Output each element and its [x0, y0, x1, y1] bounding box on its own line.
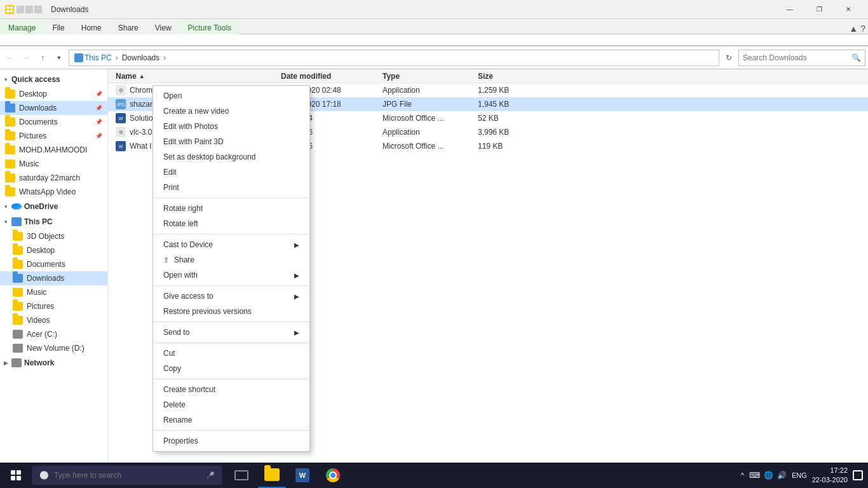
system-clock[interactable]: 17:22 22-03-2020 — [812, 466, 848, 485]
ctx-label: Delete — [163, 400, 186, 409]
taskbar-search[interactable]: ⚪ 🎤 — [32, 466, 222, 485]
music-folder-icon — [5, 159, 15, 168]
file-size: 119 KB — [473, 142, 536, 151]
keyboard-icon[interactable]: ⌨ — [749, 471, 760, 480]
col-size[interactable]: Size — [473, 72, 536, 81]
back-button[interactable]: ← — [3, 51, 17, 65]
file-type: Microsoft Office ... — [377, 114, 473, 123]
forward-button[interactable]: → — [19, 51, 33, 65]
file-explorer-taskbar[interactable] — [258, 463, 286, 488]
sidebar-item-desktop-pc[interactable]: Desktop — [0, 243, 107, 257]
ctx-share[interactable]: ⇧ Share — [153, 252, 309, 268]
sidebar-network-header[interactable]: ▶ Network — [0, 355, 107, 370]
sidebar-item-pictures-pc[interactable]: Pictures — [0, 299, 107, 313]
sidebar-item-pictures-quick[interactable]: Pictures 📌 — [0, 129, 107, 143]
ctx-label: Give access to — [163, 292, 214, 301]
ctx-edit-photos[interactable]: Edit with Photos — [153, 119, 309, 134]
tab-home[interactable]: Home — [73, 20, 110, 34]
sidebar-item-downloads-pc[interactable]: Downloads — [0, 271, 107, 285]
sidebar-quick-access-header[interactable]: ▾ Quick access — [0, 72, 107, 87]
tab-picture-tools[interactable]: Picture Tools — [180, 20, 240, 34]
ctx-open-with[interactable]: Open with ▶ — [153, 268, 309, 283]
submenu-arrow: ▶ — [294, 272, 299, 279]
folder-taskbar-icon — [264, 468, 280, 481]
sidebar-label: 3D Objects — [27, 232, 64, 241]
ribbon-content — [0, 34, 868, 46]
sidebar-item-volumed[interactable]: New Volume (D:) — [0, 341, 107, 355]
ctx-cut[interactable]: Cut — [153, 346, 309, 361]
ctx-create-video[interactable]: Create a new video — [153, 104, 309, 119]
address-path[interactable]: This PC › Downloads › — [69, 50, 719, 66]
volume-icon[interactable]: 🔊 — [777, 471, 787, 480]
notification-center[interactable] — [853, 470, 863, 480]
ctx-label: Create shortcut — [163, 385, 215, 394]
context-menu: Open Create a new video Edit with Photos… — [153, 85, 310, 452]
col-type[interactable]: Type — [377, 72, 473, 81]
sidebar-item-whatsapp[interactable]: WhatsApp Video — [0, 185, 107, 199]
minimize-button[interactable]: — — [775, 0, 804, 19]
tab-view[interactable]: View — [147, 20, 180, 34]
sidebar-item-documents-pc[interactable]: Documents — [0, 257, 107, 271]
sidebar-item-music-pc[interactable]: Music — [0, 285, 107, 299]
chevron-down-icon: ▾ — [3, 219, 9, 225]
ctx-give-access[interactable]: Give access to ▶ — [153, 288, 309, 304]
ctx-edit[interactable]: Edit — [153, 165, 309, 180]
ctx-open[interactable]: Open — [153, 88, 309, 104]
up-button[interactable]: ↑ — [36, 51, 50, 65]
ctx-print[interactable]: Print — [153, 180, 309, 195]
ctx-send-to[interactable]: Send to ▶ — [153, 325, 309, 340]
col-date[interactable]: Date modified — [276, 72, 377, 81]
sidebar-item-downloads-quick[interactable]: Downloads 📌 — [0, 101, 107, 115]
tab-share[interactable]: Share — [110, 20, 147, 34]
ctx-separator — [153, 430, 309, 431]
sidebar-item-music[interactable]: Music — [0, 157, 107, 171]
refresh-button[interactable]: ↻ — [722, 51, 736, 65]
ctx-create-shortcut[interactable]: Create shortcut — [153, 382, 309, 397]
search-input[interactable] — [743, 53, 851, 62]
pin-icon: 📌 — [95, 133, 102, 139]
sidebar-item-videos-pc[interactable]: Videos — [0, 313, 107, 327]
chrome-taskbar[interactable] — [319, 463, 347, 488]
ribbon-expand[interactable]: ▲ — [849, 24, 858, 34]
recent-button[interactable]: ▼ — [52, 51, 66, 65]
maximize-button[interactable]: ❐ — [804, 0, 834, 19]
ctx-edit-paint[interactable]: Edit with Paint 3D — [153, 134, 309, 149]
sidebar-onedrive-header[interactable]: ▾ OneDrive — [0, 199, 107, 214]
sidebar-item-mohd[interactable]: MOHD.MAHMOODI — [0, 143, 107, 157]
ctx-set-desktop[interactable]: Set as desktop background — [153, 149, 309, 165]
ctx-open-label: Open — [163, 92, 182, 100]
ribbon-help[interactable]: ? — [860, 24, 865, 34]
sidebar-item-acerc[interactable]: Acer (C:) — [0, 327, 107, 341]
task-view-button[interactable] — [227, 463, 255, 488]
ctx-restore-versions[interactable]: Restore previous versions — [153, 304, 309, 319]
start-button[interactable] — [0, 463, 32, 488]
search-box[interactable]: 🔍 — [738, 50, 865, 66]
ctx-properties[interactable]: Properties — [153, 433, 309, 449]
file-type: Microsoft Office ... — [377, 142, 473, 151]
sidebar-label: Downloads — [19, 104, 57, 112]
sidebar-item-saturday[interactable]: saturday 22march — [0, 171, 107, 185]
ctx-copy[interactable]: Copy — [153, 361, 309, 376]
sidebar-thispc-header[interactable]: ▾ This PC — [0, 214, 107, 229]
search-icon: 🔍 — [851, 53, 861, 62]
drive-icon — [13, 330, 23, 339]
ctx-rename[interactable]: Rename — [153, 412, 309, 428]
sidebar-item-desktop[interactable]: Desktop 📌 — [0, 87, 107, 101]
close-button[interactable]: ✕ — [834, 0, 863, 19]
ctx-rotate-left[interactable]: Rotate left — [153, 216, 309, 231]
main-area: ▾ Quick access Desktop 📌 Downloads 📌 Doc… — [0, 69, 868, 473]
taskbar-search-input[interactable] — [54, 471, 201, 480]
sidebar-item-3dobjects[interactable]: 3D Objects — [0, 229, 107, 243]
network-tray-icon[interactable]: 🌐 — [764, 471, 773, 480]
ctx-rotate-right[interactable]: Rotate right — [153, 201, 309, 216]
folder-icon — [13, 274, 23, 283]
tab-file[interactable]: File — [44, 20, 72, 34]
sidebar-item-documents-quick[interactable]: Documents 📌 — [0, 115, 107, 129]
ctx-delete[interactable]: Delete — [153, 397, 309, 412]
ctx-cast[interactable]: Cast to Device ▶ — [153, 237, 309, 252]
word-taskbar[interactable]: W — [288, 463, 316, 488]
word-taskbar-icon: W — [295, 468, 309, 482]
show-hidden-icons[interactable]: ^ — [741, 471, 744, 479]
tab-manage[interactable]: Manage — [0, 20, 44, 34]
col-name[interactable]: Name ▲ — [111, 72, 276, 81]
